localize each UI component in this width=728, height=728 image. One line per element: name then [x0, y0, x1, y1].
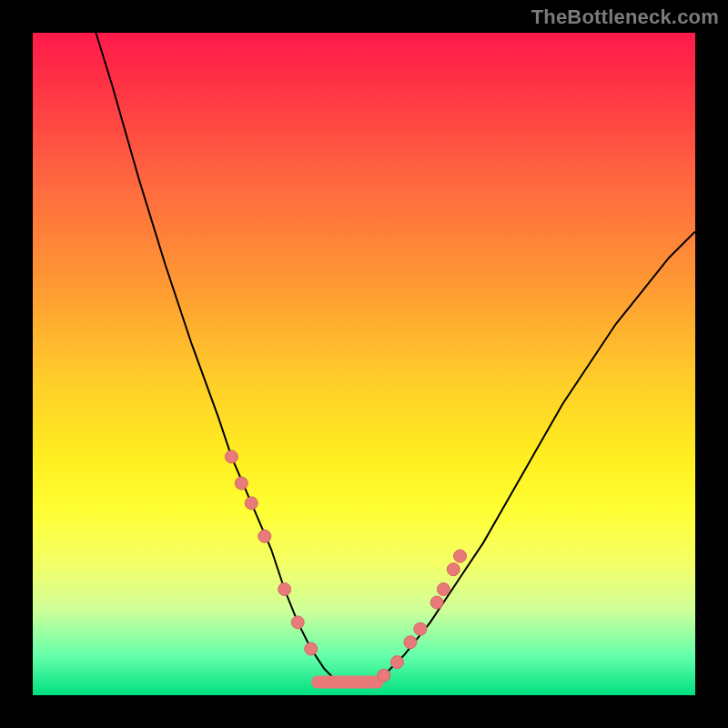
marker-dot-left	[245, 497, 258, 510]
watermark-text: TheBottleneck.com	[531, 5, 719, 29]
marker-dot-right	[430, 596, 443, 609]
marker-dot-right	[447, 563, 460, 576]
marker-dot-left	[225, 450, 238, 463]
marker-dot-left	[235, 477, 248, 490]
marker-dot-left	[278, 583, 291, 596]
marker-dot-right	[390, 656, 403, 669]
marker-dot-right	[378, 669, 390, 682]
chart-frame: TheBottleneck.com	[0, 0, 728, 728]
curve-layer	[86, 0, 695, 682]
plot-area	[33, 33, 695, 695]
chart-svg	[33, 33, 695, 695]
marker-dot-left	[305, 642, 318, 655]
marker-dot-right	[437, 583, 450, 596]
marker-layer	[225, 450, 466, 682]
marker-dot-right	[414, 622, 427, 635]
bottleneck-curve	[86, 0, 695, 682]
marker-dot-left	[291, 616, 304, 629]
marker-dot-right	[454, 550, 467, 562]
marker-dot-right	[404, 636, 417, 649]
marker-dot-left	[258, 530, 271, 542]
